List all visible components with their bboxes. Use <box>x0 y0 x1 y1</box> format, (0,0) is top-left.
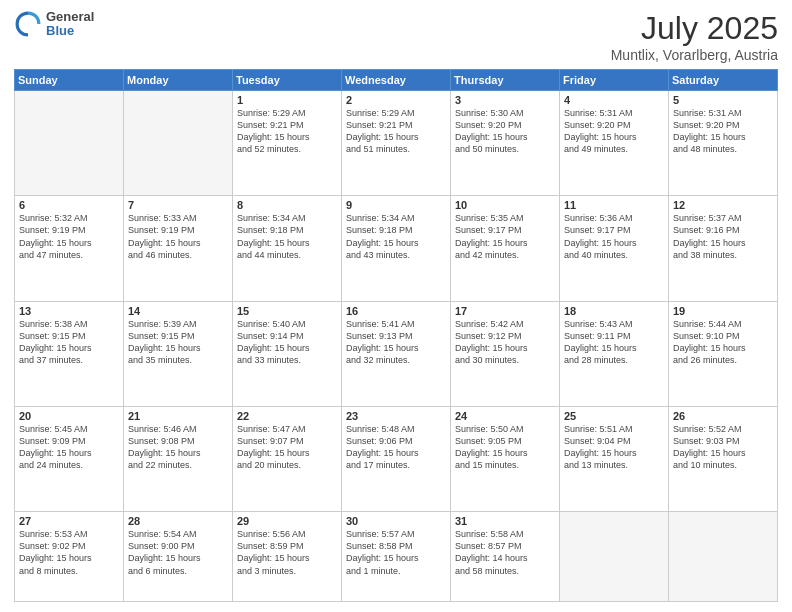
day-number: 19 <box>673 305 773 317</box>
week-row-2: 6Sunrise: 5:32 AM Sunset: 9:19 PM Daylig… <box>15 196 778 301</box>
calendar-cell: 7Sunrise: 5:33 AM Sunset: 9:19 PM Daylig… <box>124 196 233 301</box>
day-info: Sunrise: 5:58 AM Sunset: 8:57 PM Dayligh… <box>455 528 555 577</box>
day-info: Sunrise: 5:33 AM Sunset: 9:19 PM Dayligh… <box>128 212 228 261</box>
calendar-cell: 23Sunrise: 5:48 AM Sunset: 9:06 PM Dayli… <box>342 406 451 511</box>
calendar-cell <box>124 91 233 196</box>
calendar-cell: 27Sunrise: 5:53 AM Sunset: 9:02 PM Dayli… <box>15 512 124 602</box>
location: Muntlix, Vorarlberg, Austria <box>611 47 778 63</box>
day-info: Sunrise: 5:47 AM Sunset: 9:07 PM Dayligh… <box>237 423 337 472</box>
day-number: 12 <box>673 199 773 211</box>
logo-general-text: General <box>46 10 94 24</box>
day-info: Sunrise: 5:56 AM Sunset: 8:59 PM Dayligh… <box>237 528 337 577</box>
weekday-header-saturday: Saturday <box>669 70 778 91</box>
calendar-cell: 19Sunrise: 5:44 AM Sunset: 9:10 PM Dayli… <box>669 301 778 406</box>
page: General Blue July 2025 Muntlix, Vorarlbe… <box>0 0 792 612</box>
calendar-cell: 31Sunrise: 5:58 AM Sunset: 8:57 PM Dayli… <box>451 512 560 602</box>
calendar-cell: 29Sunrise: 5:56 AM Sunset: 8:59 PM Dayli… <box>233 512 342 602</box>
day-number: 14 <box>128 305 228 317</box>
calendar-cell: 24Sunrise: 5:50 AM Sunset: 9:05 PM Dayli… <box>451 406 560 511</box>
day-info: Sunrise: 5:38 AM Sunset: 9:15 PM Dayligh… <box>19 318 119 367</box>
day-info: Sunrise: 5:45 AM Sunset: 9:09 PM Dayligh… <box>19 423 119 472</box>
weekday-header-monday: Monday <box>124 70 233 91</box>
calendar-cell: 20Sunrise: 5:45 AM Sunset: 9:09 PM Dayli… <box>15 406 124 511</box>
day-info: Sunrise: 5:48 AM Sunset: 9:06 PM Dayligh… <box>346 423 446 472</box>
day-number: 28 <box>128 515 228 527</box>
week-row-5: 27Sunrise: 5:53 AM Sunset: 9:02 PM Dayli… <box>15 512 778 602</box>
weekday-header-wednesday: Wednesday <box>342 70 451 91</box>
day-info: Sunrise: 5:52 AM Sunset: 9:03 PM Dayligh… <box>673 423 773 472</box>
day-number: 31 <box>455 515 555 527</box>
header: General Blue July 2025 Muntlix, Vorarlbe… <box>14 10 778 63</box>
logo: General Blue <box>14 10 94 39</box>
day-number: 30 <box>346 515 446 527</box>
day-number: 3 <box>455 94 555 106</box>
weekday-header-row: SundayMondayTuesdayWednesdayThursdayFrid… <box>15 70 778 91</box>
day-number: 18 <box>564 305 664 317</box>
calendar-cell: 5Sunrise: 5:31 AM Sunset: 9:20 PM Daylig… <box>669 91 778 196</box>
day-info: Sunrise: 5:44 AM Sunset: 9:10 PM Dayligh… <box>673 318 773 367</box>
day-number: 1 <box>237 94 337 106</box>
calendar-cell: 21Sunrise: 5:46 AM Sunset: 9:08 PM Dayli… <box>124 406 233 511</box>
calendar-cell: 17Sunrise: 5:42 AM Sunset: 9:12 PM Dayli… <box>451 301 560 406</box>
calendar-cell: 22Sunrise: 5:47 AM Sunset: 9:07 PM Dayli… <box>233 406 342 511</box>
calendar-cell: 15Sunrise: 5:40 AM Sunset: 9:14 PM Dayli… <box>233 301 342 406</box>
calendar-cell <box>669 512 778 602</box>
day-info: Sunrise: 5:37 AM Sunset: 9:16 PM Dayligh… <box>673 212 773 261</box>
weekday-header-tuesday: Tuesday <box>233 70 342 91</box>
day-number: 16 <box>346 305 446 317</box>
day-number: 23 <box>346 410 446 422</box>
calendar-cell: 13Sunrise: 5:38 AM Sunset: 9:15 PM Dayli… <box>15 301 124 406</box>
month-title: July 2025 <box>611 10 778 47</box>
day-number: 25 <box>564 410 664 422</box>
week-row-1: 1Sunrise: 5:29 AM Sunset: 9:21 PM Daylig… <box>15 91 778 196</box>
day-number: 24 <box>455 410 555 422</box>
calendar-cell: 11Sunrise: 5:36 AM Sunset: 9:17 PM Dayli… <box>560 196 669 301</box>
day-number: 17 <box>455 305 555 317</box>
day-number: 15 <box>237 305 337 317</box>
day-info: Sunrise: 5:34 AM Sunset: 9:18 PM Dayligh… <box>346 212 446 261</box>
weekday-header-friday: Friday <box>560 70 669 91</box>
day-number: 21 <box>128 410 228 422</box>
calendar-cell: 18Sunrise: 5:43 AM Sunset: 9:11 PM Dayli… <box>560 301 669 406</box>
logo-icon <box>14 10 42 38</box>
week-row-3: 13Sunrise: 5:38 AM Sunset: 9:15 PM Dayli… <box>15 301 778 406</box>
week-row-4: 20Sunrise: 5:45 AM Sunset: 9:09 PM Dayli… <box>15 406 778 511</box>
day-info: Sunrise: 5:50 AM Sunset: 9:05 PM Dayligh… <box>455 423 555 472</box>
day-info: Sunrise: 5:31 AM Sunset: 9:20 PM Dayligh… <box>673 107 773 156</box>
day-info: Sunrise: 5:29 AM Sunset: 9:21 PM Dayligh… <box>346 107 446 156</box>
day-info: Sunrise: 5:46 AM Sunset: 9:08 PM Dayligh… <box>128 423 228 472</box>
day-info: Sunrise: 5:40 AM Sunset: 9:14 PM Dayligh… <box>237 318 337 367</box>
calendar-cell: 1Sunrise: 5:29 AM Sunset: 9:21 PM Daylig… <box>233 91 342 196</box>
day-number: 22 <box>237 410 337 422</box>
calendar-cell: 6Sunrise: 5:32 AM Sunset: 9:19 PM Daylig… <box>15 196 124 301</box>
day-info: Sunrise: 5:31 AM Sunset: 9:20 PM Dayligh… <box>564 107 664 156</box>
calendar-cell: 25Sunrise: 5:51 AM Sunset: 9:04 PM Dayli… <box>560 406 669 511</box>
day-number: 6 <box>19 199 119 211</box>
calendar-cell: 3Sunrise: 5:30 AM Sunset: 9:20 PM Daylig… <box>451 91 560 196</box>
calendar-cell: 26Sunrise: 5:52 AM Sunset: 9:03 PM Dayli… <box>669 406 778 511</box>
day-number: 9 <box>346 199 446 211</box>
calendar-cell: 2Sunrise: 5:29 AM Sunset: 9:21 PM Daylig… <box>342 91 451 196</box>
calendar-cell: 4Sunrise: 5:31 AM Sunset: 9:20 PM Daylig… <box>560 91 669 196</box>
day-info: Sunrise: 5:29 AM Sunset: 9:21 PM Dayligh… <box>237 107 337 156</box>
day-info: Sunrise: 5:36 AM Sunset: 9:17 PM Dayligh… <box>564 212 664 261</box>
day-number: 26 <box>673 410 773 422</box>
weekday-header-thursday: Thursday <box>451 70 560 91</box>
day-info: Sunrise: 5:51 AM Sunset: 9:04 PM Dayligh… <box>564 423 664 472</box>
day-info: Sunrise: 5:34 AM Sunset: 9:18 PM Dayligh… <box>237 212 337 261</box>
weekday-header-sunday: Sunday <box>15 70 124 91</box>
title-block: July 2025 Muntlix, Vorarlberg, Austria <box>611 10 778 63</box>
calendar-cell: 16Sunrise: 5:41 AM Sunset: 9:13 PM Dayli… <box>342 301 451 406</box>
day-info: Sunrise: 5:30 AM Sunset: 9:20 PM Dayligh… <box>455 107 555 156</box>
calendar-cell <box>560 512 669 602</box>
day-number: 27 <box>19 515 119 527</box>
day-number: 2 <box>346 94 446 106</box>
day-number: 5 <box>673 94 773 106</box>
day-info: Sunrise: 5:53 AM Sunset: 9:02 PM Dayligh… <box>19 528 119 577</box>
calendar-cell: 10Sunrise: 5:35 AM Sunset: 9:17 PM Dayli… <box>451 196 560 301</box>
calendar-cell <box>15 91 124 196</box>
calendar-table: SundayMondayTuesdayWednesdayThursdayFrid… <box>14 69 778 602</box>
day-number: 4 <box>564 94 664 106</box>
day-info: Sunrise: 5:41 AM Sunset: 9:13 PM Dayligh… <box>346 318 446 367</box>
day-number: 29 <box>237 515 337 527</box>
